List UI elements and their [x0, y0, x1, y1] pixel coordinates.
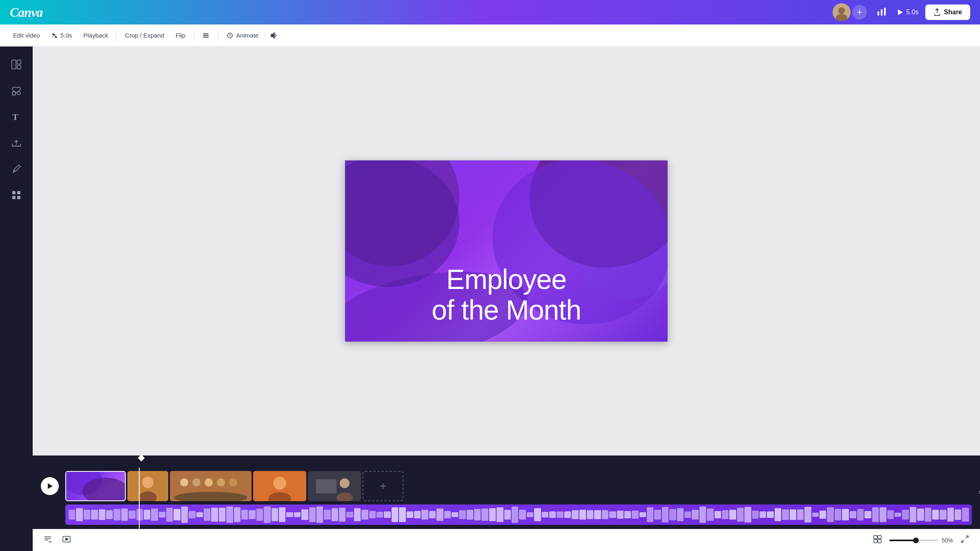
- playhead: [139, 468, 140, 529]
- svg-marker-50: [66, 538, 68, 540]
- bottom-bar: 50%: [33, 529, 980, 551]
- timeline-clip-1[interactable]: [65, 471, 126, 501]
- zoom-percent: 50%: [942, 537, 953, 544]
- bottom-left: [41, 532, 74, 548]
- layout-icon: [11, 59, 22, 70]
- svg-rect-7: [203, 33, 209, 34]
- timeline-play-icon: [47, 483, 53, 489]
- play-icon: [896, 9, 904, 16]
- lines-icon: [202, 32, 209, 39]
- svg-rect-52: [878, 535, 881, 539]
- timeline-header: [33, 455, 980, 468]
- sidebar-item-elements[interactable]: [5, 79, 28, 102]
- clip-4-svg: [253, 471, 306, 501]
- clip-3-svg: [170, 471, 252, 501]
- draw-icon: [11, 163, 22, 175]
- timeline-controls: ✂ ✂: [33, 468, 980, 504]
- svg-point-1: [838, 7, 845, 14]
- header-left: Canva: [10, 5, 42, 20]
- sidebar-item-text[interactable]: T: [5, 105, 28, 128]
- speed-button[interactable]: 5.0s: [47, 29, 77, 42]
- timeline-clip-4[interactable]: [253, 471, 306, 501]
- share-button[interactable]: Share: [925, 4, 970, 20]
- sidebar-item-draw[interactable]: [5, 158, 28, 180]
- clip-2-svg: [127, 471, 168, 501]
- header: Canva +: [0, 0, 980, 24]
- avatar-image: [833, 3, 851, 21]
- sidebar-item-layout[interactable]: [5, 53, 28, 76]
- svg-marker-6: [898, 9, 903, 15]
- timeline-area: ✂ ✂: [33, 455, 980, 529]
- timeline-play-button[interactable]: [41, 477, 59, 495]
- svg-marker-11: [271, 33, 274, 38]
- preview-button[interactable]: [60, 532, 74, 548]
- svg-rect-12: [12, 60, 16, 69]
- svg-point-40: [273, 477, 286, 490]
- grid-view-icon: [873, 535, 882, 544]
- text-icon: T: [11, 111, 22, 122]
- sidebar: T: [0, 47, 33, 551]
- avatar-group: +: [833, 3, 867, 21]
- play-time-button[interactable]: 5.0s: [896, 9, 918, 16]
- avatar[interactable]: [833, 3, 851, 21]
- edit-video-label: Edit video: [13, 32, 40, 39]
- audio-waveform[interactable]: [65, 504, 972, 525]
- svg-rect-20: [12, 196, 16, 199]
- svg-point-15: [17, 91, 20, 95]
- svg-marker-26: [48, 483, 53, 489]
- svg-line-55: [966, 536, 968, 538]
- sidebar-item-upload[interactable]: [5, 131, 28, 154]
- canva-logo: Canva: [10, 5, 42, 20]
- svg-rect-43: [316, 479, 336, 493]
- timeline-clip-3[interactable]: [170, 471, 252, 501]
- main-layout: T: [0, 47, 980, 551]
- expand-icon: [960, 535, 969, 544]
- avatar-svg: [833, 3, 851, 21]
- svg-point-30: [142, 477, 154, 488]
- svg-point-34: [192, 478, 200, 487]
- svg-line-56: [962, 540, 964, 542]
- add-clip-button[interactable]: +: [363, 471, 403, 501]
- svg-rect-18: [12, 191, 16, 194]
- add-team-button[interactable]: +: [852, 5, 867, 20]
- crop-expand-button[interactable]: Crop / Expand: [120, 29, 169, 42]
- svg-rect-54: [878, 540, 881, 543]
- svg-point-33: [180, 478, 188, 487]
- flip-label: Flip: [176, 32, 185, 39]
- toolbar-divider-2: [194, 30, 194, 41]
- flip-button[interactable]: Flip: [171, 29, 190, 42]
- volume-button[interactable]: [265, 29, 282, 42]
- lines-button[interactable]: [197, 29, 214, 42]
- grid-view-button[interactable]: [871, 532, 884, 548]
- zoom-slider[interactable]: [889, 540, 938, 541]
- speed-label: 5.0s: [60, 32, 72, 39]
- canvas-workspace[interactable]: Employee of the Month: [33, 47, 980, 455]
- svg-rect-4: [881, 9, 882, 16]
- analytics-button[interactable]: [873, 3, 890, 22]
- svg-rect-3: [878, 11, 879, 16]
- svg-rect-8: [203, 35, 209, 36]
- notes-button[interactable]: [41, 532, 55, 548]
- timeline-clip-2[interactable]: [127, 471, 168, 501]
- canvas-frame[interactable]: Employee of the Month: [345, 160, 668, 342]
- animate-icon: [226, 32, 234, 39]
- preview-icon: [62, 535, 71, 544]
- notes-icon: [43, 535, 52, 544]
- zoom-control: 50%: [889, 537, 953, 544]
- svg-rect-21: [17, 196, 20, 199]
- canvas-text-line1: Employee: [345, 264, 668, 295]
- add-clip-icon: +: [380, 480, 386, 493]
- fullscreen-button[interactable]: [958, 532, 972, 548]
- timeline-clip-5[interactable]: [308, 471, 361, 501]
- animate-button[interactable]: Animate: [221, 29, 263, 42]
- sidebar-item-apps[interactable]: [5, 184, 28, 207]
- svg-rect-14: [17, 65, 21, 69]
- edit-video-button[interactable]: Edit video: [8, 29, 45, 42]
- scissors-icon: [51, 32, 58, 39]
- playback-button[interactable]: Playback: [78, 29, 113, 42]
- animate-label: Animate: [236, 32, 258, 39]
- zoom-slider-thumb: [913, 538, 919, 543]
- play-time-label: 5.0s: [906, 9, 918, 16]
- marker-diamond: [138, 455, 145, 462]
- share-icon: [933, 9, 941, 16]
